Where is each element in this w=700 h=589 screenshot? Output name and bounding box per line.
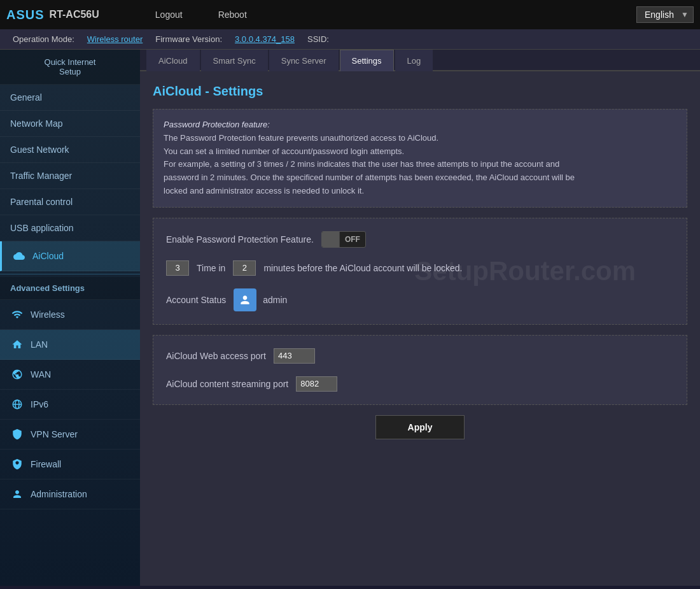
sidebar-item-guest-network[interactable]: Guest Network xyxy=(0,137,140,163)
account-username: admin xyxy=(263,295,287,305)
sidebar-section-advanced: Advanced Settings xyxy=(0,277,140,300)
language-select[interactable]: English xyxy=(636,6,694,23)
description-line-3: For example, a setting of 3 times / 2 mi… xyxy=(164,158,676,171)
time-lock-row: Time in minutes before the AiCloud accou… xyxy=(166,260,674,276)
account-status-label: Account Status xyxy=(166,295,226,305)
time-in-label: Time in xyxy=(197,263,225,273)
opmode-link[interactable]: Wireless router xyxy=(87,34,143,44)
logout-button[interactable]: Logout xyxy=(150,7,188,22)
tabs-bar: AiCloud Smart Sync Sync Server Settings … xyxy=(140,50,700,71)
globe2-icon xyxy=(10,397,24,411)
description-label: Password Protection feature: xyxy=(164,118,676,132)
opmode-bar: Operation Mode: Wireless router Firmware… xyxy=(0,29,700,50)
sidebar-label-usb-application: USB application xyxy=(10,223,74,233)
lock-time-suffix: minutes before the AiCloud account will … xyxy=(263,263,462,273)
account-info: admin xyxy=(234,288,287,311)
sidebar-item-network-map[interactable]: Network Map xyxy=(0,111,140,137)
sidebar-item-quick-setup[interactable]: Quick Internet Setup xyxy=(0,50,140,85)
globe-icon xyxy=(10,367,24,381)
sidebar-label-general: General xyxy=(10,92,42,103)
opmode-label: Operation Mode: xyxy=(13,34,74,44)
tab-aicloud[interactable]: AiCloud xyxy=(146,50,200,71)
wifi-icon xyxy=(10,308,24,322)
cloud-icon xyxy=(12,249,26,263)
port-settings-section: AiCloud Web access port AiCloud content … xyxy=(153,335,687,405)
sidebar-label-network-map: Network Map xyxy=(10,118,62,129)
sidebar-item-firewall[interactable]: Firewall xyxy=(0,450,140,479)
apply-button[interactable]: Apply xyxy=(375,415,465,439)
sidebar-label-parental-control: Parental control xyxy=(10,197,73,207)
tab-sync-server[interactable]: Sync Server xyxy=(269,50,339,71)
toggle-handle xyxy=(322,232,340,247)
router-model: RT-AC56U xyxy=(50,9,99,20)
tab-settings[interactable]: Settings xyxy=(340,50,394,71)
account-status-row: Account Status admin xyxy=(166,288,674,311)
streaming-port-input[interactable] xyxy=(296,376,337,392)
sidebar-item-vpn-server[interactable]: VPN Server xyxy=(0,420,140,450)
sidebar-label-administration: Administration xyxy=(31,489,87,499)
vpn-shield-icon xyxy=(10,427,24,441)
minutes-input[interactable] xyxy=(233,260,256,276)
sidebar-item-wan[interactable]: WAN xyxy=(0,360,140,390)
content-area: AiCloud Smart Sync Sync Server Settings … xyxy=(140,50,700,586)
web-port-label: AiCloud Web access port xyxy=(166,351,266,361)
main-content: AiCloud - Settings Password Protection f… xyxy=(140,71,700,586)
sidebar: Quick Internet Setup General Network Map… xyxy=(0,50,140,586)
sidebar-item-administration[interactable]: Administration xyxy=(0,479,140,509)
toggle-password-protection[interactable]: OFF xyxy=(321,231,366,248)
sidebar-divider xyxy=(0,274,140,274)
description-line-1: The Password Protection feature prevents… xyxy=(164,132,676,145)
topbar-nav: Logout Reboot xyxy=(150,7,252,22)
sidebar-label-aicloud: AiCloud xyxy=(32,251,64,261)
web-port-input[interactable] xyxy=(274,348,315,364)
sidebar-label-advanced-settings: Advanced Settings xyxy=(10,283,85,293)
sidebar-item-wireless[interactable]: Wireless xyxy=(0,300,140,330)
firmware-label: Firmware Version: xyxy=(155,34,222,44)
password-protection-section: SetupRouter.com Enable Password Protecti… xyxy=(153,218,687,325)
description-line-2: You can set a limited number of account/… xyxy=(164,145,676,159)
sidebar-item-traffic-manager[interactable]: Traffic Manager xyxy=(0,163,140,189)
reboot-button[interactable]: Reboot xyxy=(213,7,252,22)
firewall-icon xyxy=(10,457,24,471)
person-icon xyxy=(10,487,24,501)
main-layout: Quick Internet Setup General Network Map… xyxy=(0,50,700,586)
sidebar-label-wan: WAN xyxy=(31,369,51,380)
user-avatar-icon xyxy=(234,288,256,311)
enable-protection-row: Enable Password Protection Feature. OFF xyxy=(166,231,674,248)
logo: ASUS RT-AC56U xyxy=(6,8,99,22)
sidebar-item-parental-control[interactable]: Parental control xyxy=(0,189,140,215)
web-port-row: AiCloud Web access port xyxy=(166,348,674,364)
sidebar-item-lan[interactable]: LAN xyxy=(0,330,140,360)
topbar: ASUS RT-AC56U Logout Reboot English ▼ xyxy=(0,0,700,29)
sidebar-item-general[interactable]: General xyxy=(0,85,140,111)
sidebar-item-usb-application[interactable]: USB application xyxy=(0,215,140,241)
ssid-label: SSID: xyxy=(307,34,329,44)
tab-log[interactable]: Log xyxy=(395,50,433,71)
streaming-port-row: AiCloud content streaming port xyxy=(166,376,674,392)
sidebar-label-lan: LAN xyxy=(31,339,48,350)
sidebar-label-traffic-manager: Traffic Manager xyxy=(10,171,72,181)
home-icon xyxy=(10,337,24,351)
attempts-input[interactable] xyxy=(166,260,189,276)
description-box: Password Protection feature: The Passwor… xyxy=(153,109,687,208)
topbar-right: English ▼ xyxy=(636,6,694,23)
language-selector-wrapper[interactable]: English ▼ xyxy=(636,6,694,23)
description-line-4: password in 2 minutes. Once the specific… xyxy=(164,171,676,185)
sidebar-label-wireless: Wireless xyxy=(31,309,65,320)
sidebar-item-ipv6[interactable]: IPv6 xyxy=(0,390,140,420)
sidebar-label-ipv6: IPv6 xyxy=(31,399,48,409)
sidebar-label-vpn-server: VPN Server xyxy=(31,429,78,439)
asus-logo-text: ASUS xyxy=(6,8,45,22)
toggle-state-label: OFF xyxy=(340,232,365,246)
description-line-5: locked and administrator access is neede… xyxy=(164,185,676,198)
sidebar-label-firewall: Firewall xyxy=(31,459,61,469)
streaming-port-label: AiCloud content streaming port xyxy=(166,379,288,389)
page-title: AiCloud - Settings xyxy=(153,84,687,99)
tab-smart-sync[interactable]: Smart Sync xyxy=(201,50,268,71)
enable-label: Enable Password Protection Feature. xyxy=(166,234,314,245)
sidebar-label-guest-network: Guest Network xyxy=(10,145,69,155)
firmware-value[interactable]: 3.0.0.4.374_158 xyxy=(235,34,295,44)
sidebar-item-aicloud[interactable]: AiCloud xyxy=(0,241,140,271)
